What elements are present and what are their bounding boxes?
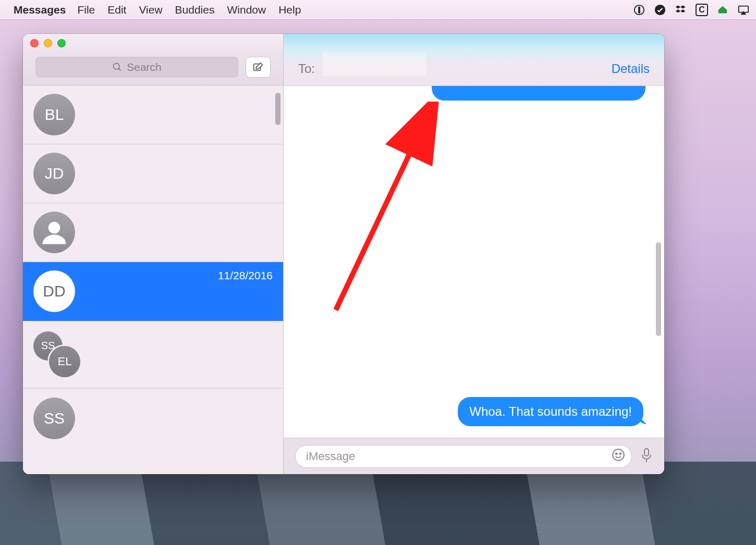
menubar-1password-icon[interactable] — [633, 4, 645, 16]
message-input[interactable]: iMessage — [295, 445, 632, 468]
menu-edit[interactable]: Edit — [107, 4, 126, 16]
menu-file[interactable]: File — [77, 4, 95, 16]
menu-view[interactable]: View — [139, 4, 162, 16]
window-zoom-button[interactable] — [57, 39, 66, 47]
conversation-row[interactable]: BL — [23, 85, 283, 144]
conversation-list: BL JD DD 11/28/2016 SS EL SS — [23, 85, 283, 474]
svg-point-5 — [114, 63, 120, 69]
search-icon — [112, 62, 123, 72]
menu-help[interactable]: Help — [278, 4, 301, 16]
window-close-button[interactable] — [30, 39, 39, 47]
search-input[interactable]: Search — [35, 57, 238, 78]
desktop-background-mountains — [0, 462, 756, 545]
recipient-field[interactable] — [322, 52, 426, 76]
svg-rect-1 — [639, 7, 640, 11]
svg-point-12 — [619, 453, 621, 454]
svg-point-8 — [48, 222, 60, 234]
message-thread[interactable]: Whoa. That sounds amazing! — [284, 86, 664, 438]
annotation-arrow-icon — [315, 102, 461, 320]
messages-window: Search BL JD DD 11/28/2016 — [23, 34, 664, 474]
to-label: To: — [298, 61, 315, 76]
search-placeholder: Search — [127, 61, 162, 73]
conversation-row-selected[interactable]: DD 11/28/2016 — [23, 262, 283, 321]
sent-message-bubble-partial — [432, 86, 645, 101]
menubar-dropbox-icon[interactable] — [675, 4, 687, 16]
avatar: BL — [33, 94, 75, 135]
svg-point-10 — [613, 449, 624, 461]
menu-buddies[interactable]: Buddies — [175, 4, 215, 16]
avatar: EL — [49, 346, 80, 377]
menubar-backup-icon[interactable] — [716, 4, 729, 16]
conversation-sidebar: Search BL JD DD 11/28/2016 — [23, 34, 284, 474]
svg-line-9 — [336, 122, 424, 310]
window-titlebar — [23, 34, 283, 52]
svg-rect-13 — [644, 449, 649, 456]
microphone-icon[interactable] — [640, 448, 653, 465]
group-avatar: SS EL — [33, 331, 80, 378]
avatar-silhouette-icon — [33, 212, 75, 253]
avatar: JD — [33, 153, 75, 194]
macos-menubar: Messages File Edit View Buddies Window H… — [0, 0, 756, 20]
compose-bar: iMessage — [284, 438, 664, 474]
conversation-pane: To: Details Whoa. That sounds amazing! i… — [284, 34, 664, 474]
app-menu[interactable]: Messages — [14, 4, 66, 16]
compose-new-message-button[interactable] — [246, 57, 271, 78]
sidebar-toolbar: Search — [23, 52, 283, 85]
message-text: Whoa. That sounds amazing! — [469, 404, 632, 418]
emoji-picker-icon[interactable] — [612, 448, 625, 465]
conversation-date: 11/28/2016 — [218, 269, 273, 282]
svg-line-6 — [119, 68, 121, 70]
sent-message-bubble: Whoa. That sounds amazing! — [458, 397, 643, 426]
avatar: DD — [33, 270, 75, 312]
conversation-header: To: Details — [284, 34, 664, 86]
svg-point-2 — [639, 11, 640, 13]
conversation-row-group[interactable]: SS EL — [23, 321, 283, 389]
message-placeholder: iMessage — [306, 450, 355, 463]
thread-scrollbar[interactable] — [656, 242, 661, 336]
menubar-c-icon[interactable]: C — [696, 4, 708, 16]
conversation-row[interactable] — [23, 203, 283, 262]
menubar-check-icon[interactable] — [654, 4, 666, 16]
conversation-row[interactable]: SS — [23, 389, 283, 448]
menu-window[interactable]: Window — [227, 4, 266, 16]
conversation-row[interactable]: JD — [23, 144, 283, 203]
svg-point-11 — [616, 453, 617, 454]
menubar-airplay-icon[interactable] — [737, 4, 750, 16]
window-minimize-button[interactable] — [44, 39, 52, 47]
details-button[interactable]: Details — [612, 61, 650, 76]
avatar: SS — [33, 398, 75, 439]
